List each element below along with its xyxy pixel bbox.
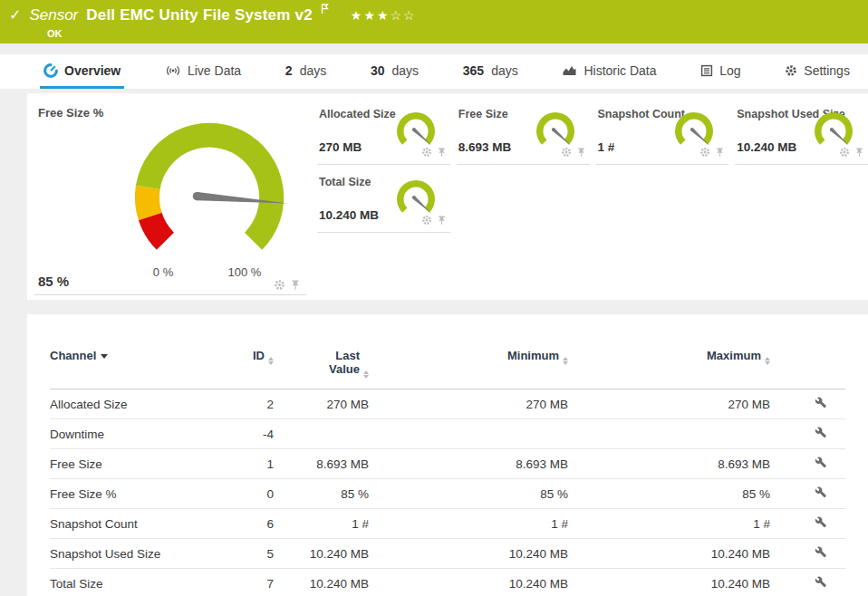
channel-table-body: Allocated Size 2 270 MB 270 MB 270 MB Do… — [50, 389, 845, 596]
channel-mini-gauge — [534, 109, 577, 152]
cell-channel[interactable]: Snapshot Used Size — [50, 539, 227, 569]
gauge-icon — [43, 63, 58, 78]
tab-2-days[interactable]: 2 days — [282, 54, 330, 89]
col-header-minimum[interactable]: Minimum — [369, 347, 568, 389]
cell-maximum — [568, 419, 770, 449]
col-header-channel[interactable]: Channel — [50, 347, 227, 389]
cell-id: -4 — [227, 419, 274, 449]
star-rating[interactable]: ★★★☆☆ — [351, 8, 417, 23]
pin-icon[interactable] — [576, 147, 586, 158]
channel-row: Snapshot Count 6 1 # 1 # 1 # — [50, 509, 845, 539]
tab-label: days — [391, 63, 419, 78]
check-icon: ✓ — [9, 8, 21, 23]
log-icon — [700, 64, 713, 77]
gear-icon[interactable] — [274, 279, 285, 291]
cell-last-value — [274, 419, 369, 449]
channel-gauge-tile: Allocated Size 270 MB — [317, 99, 450, 165]
tab-30-days[interactable]: 30 days — [367, 54, 422, 89]
gear-icon[interactable] — [561, 147, 572, 158]
object-kind-label: Sensor — [29, 6, 78, 24]
cell-id: 1 — [227, 449, 274, 479]
channel-row: Snapshot Used Size 5 10.240 MB 10.240 MB… — [50, 539, 845, 569]
pin-icon[interactable] — [437, 215, 447, 226]
channel-settings-wrench-icon[interactable] — [815, 397, 827, 409]
tab-log[interactable]: Log — [697, 54, 744, 89]
cell-id: 2 — [227, 389, 274, 419]
free-size-percent-gauge — [114, 110, 304, 274]
gear-icon[interactable] — [421, 147, 432, 158]
tab-label: Historic Data — [583, 63, 656, 78]
star-filled-icon[interactable]: ★ — [377, 8, 391, 23]
gear-icon[interactable] — [699, 147, 710, 158]
star-empty-icon[interactable]: ☆ — [403, 8, 417, 23]
cell-channel[interactable]: Total Size — [50, 569, 227, 596]
tab-365-days[interactable]: 365 days — [459, 54, 522, 89]
tab-overview[interactable]: Overview — [40, 54, 124, 89]
tile-title: Allocated Size — [319, 108, 396, 120]
cell-minimum: 10.240 MB — [369, 569, 568, 596]
cell-channel[interactable]: Free Size % — [50, 479, 227, 509]
tab-settings[interactable]: Settings — [781, 54, 854, 89]
gear-icon — [785, 64, 797, 77]
cell-maximum: 10.240 MB — [568, 539, 770, 569]
col-header-last-value[interactable]: Last Value — [274, 347, 369, 389]
priority-flag-icon[interactable] — [321, 2, 330, 18]
pin-icon[interactable] — [437, 147, 447, 158]
channel-table-panel: Channel ID Last Value Minimum Maximum Al… — [27, 314, 868, 596]
cell-maximum: 1 # — [568, 509, 770, 539]
tab-label: Overview — [64, 63, 121, 78]
pin-icon[interactable] — [715, 147, 725, 158]
main-gauge-value: 85 % — [38, 274, 69, 289]
tab-historic-data[interactable]: Historic Data — [558, 54, 660, 89]
channel-row: Free Size 1 8.693 MB 8.693 MB 8.693 MB — [50, 449, 845, 479]
sort-arrows-icon — [268, 357, 274, 365]
cell-maximum: 270 MB — [568, 389, 770, 419]
cell-maximum: 85 % — [568, 479, 770, 509]
cell-minimum: 270 MB — [369, 389, 568, 419]
pin-icon[interactable] — [290, 279, 301, 291]
cell-channel[interactable]: Free Size — [50, 449, 227, 479]
star-empty-icon[interactable]: ☆ — [391, 8, 404, 23]
tab-live-data[interactable]: Live Data — [161, 54, 245, 89]
cell-channel[interactable]: Downtime — [50, 419, 227, 449]
tile-value: 270 MB — [319, 140, 362, 154]
cell-id: 5 — [227, 539, 274, 569]
sort-arrows-icon — [765, 357, 770, 365]
channel-mini-gauge — [394, 177, 438, 220]
sensor-title: Dell EMC Unity File System v2 — [86, 6, 313, 24]
broadcast-icon — [165, 64, 181, 77]
tab-label: Settings — [804, 63, 850, 78]
channel-settings-wrench-icon[interactable] — [815, 516, 827, 529]
tile-value: 10.240 MB — [319, 208, 379, 222]
col-header-id[interactable]: ID — [227, 347, 274, 389]
gauge-scale-max: 100 % — [219, 265, 270, 279]
channel-settings-wrench-icon[interactable] — [815, 427, 827, 439]
channel-settings-wrench-icon[interactable] — [815, 576, 827, 589]
sort-caret-down-icon — [101, 354, 108, 359]
gear-icon[interactable] — [421, 215, 432, 226]
channel-settings-wrench-icon[interactable] — [815, 486, 827, 499]
cell-id: 6 — [227, 509, 274, 539]
channel-settings-wrench-icon[interactable] — [815, 546, 827, 559]
cell-last-value: 85 % — [274, 479, 369, 509]
channel-row: Free Size % 0 85 % 85 % 85 % — [50, 479, 845, 509]
channel-mini-gauge — [672, 109, 716, 152]
tab-number: 365 — [463, 63, 484, 78]
star-filled-icon[interactable]: ★ — [363, 8, 377, 23]
cell-channel[interactable]: Allocated Size — [50, 389, 227, 419]
channel-row: Downtime -4 — [50, 419, 845, 449]
channel-mini-gauge — [394, 109, 438, 152]
gauge-scale-min: 0 % — [143, 265, 183, 279]
cell-last-value: 10.240 MB — [274, 569, 369, 596]
gear-icon[interactable] — [839, 147, 850, 158]
cell-channel[interactable]: Snapshot Count — [50, 509, 227, 539]
sort-arrows-icon — [563, 357, 568, 365]
tile-title: Free Size — [458, 108, 508, 120]
area-chart-icon — [562, 64, 577, 77]
pin-icon[interactable] — [854, 147, 864, 158]
table-header-row: Channel ID Last Value Minimum Maximum — [50, 347, 845, 389]
col-header-maximum[interactable]: Maximum — [568, 347, 770, 389]
channel-settings-wrench-icon[interactable] — [815, 457, 827, 469]
star-filled-icon[interactable]: ★ — [351, 8, 364, 23]
tab-number: 2 — [285, 63, 293, 78]
